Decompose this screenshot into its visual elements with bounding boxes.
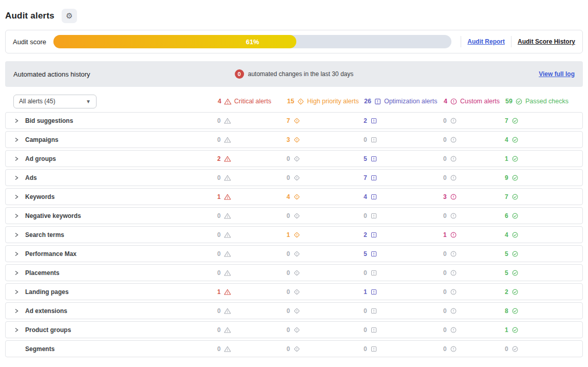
table-row[interactable]: Bid suggestions07207	[5, 112, 583, 129]
optimization-cell: 7	[364, 174, 443, 181]
square-exclamation-icon	[370, 288, 377, 296]
table-row[interactable]: Segments00000	[5, 340, 583, 357]
high-cell: 0	[287, 212, 364, 219]
cell-value: 9	[505, 174, 508, 181]
diamond-exclamation-icon	[293, 231, 300, 238]
row-name-cell: Segments	[14, 345, 217, 353]
circle-exclamation-icon	[450, 136, 457, 143]
circle-check-icon	[511, 117, 519, 124]
page-header: Audit alerts ⚙	[5, 0, 583, 24]
table-row[interactable]: Search terms01214	[5, 226, 583, 243]
cell-value: 5	[505, 269, 508, 277]
chevron-right-icon[interactable]	[14, 251, 19, 256]
chevron-right-icon[interactable]	[14, 175, 19, 180]
chevron-right-icon[interactable]	[14, 156, 19, 161]
circle-check-icon	[511, 174, 519, 181]
row-name-cell: Ad extensions	[14, 307, 217, 315]
chevron-right-icon[interactable]	[14, 232, 19, 237]
high-cell: 0	[287, 307, 364, 315]
cell-value: 0	[287, 307, 290, 315]
cell-value: 0	[443, 269, 447, 277]
table-row[interactable]: Ad extensions00008	[5, 302, 583, 319]
circle-exclamation-icon	[450, 345, 457, 353]
cell-value: 0	[505, 345, 508, 353]
column-count: 59	[505, 98, 513, 105]
row-label: Campaigns	[25, 136, 59, 143]
circle-exclamation-icon	[450, 174, 457, 181]
chevron-right-icon[interactable]	[14, 194, 19, 199]
custom-cell: 0	[443, 307, 505, 315]
diamond-exclamation-icon	[293, 193, 300, 200]
critical-cell: 0	[217, 212, 287, 219]
table-row[interactable]: Landing pages10102	[5, 283, 583, 300]
audit-alerts-page: Audit alerts ⚙ Audit score 61% Audit Rep…	[0, 0, 588, 357]
alerts-filter-select[interactable]: All alerts (45) ▼	[13, 95, 97, 108]
passed-cell: 2	[505, 288, 574, 296]
chevron-right-icon[interactable]	[14, 137, 19, 142]
row-label: Negative keywords	[25, 212, 81, 219]
table-row[interactable]: Ads00709	[5, 169, 583, 186]
view-full-log-link[interactable]: View full log	[539, 70, 575, 78]
table-row[interactable]: Ad groups20501	[5, 150, 583, 167]
cell-value: 6	[505, 212, 508, 219]
audit-score-card: Audit score 61% Audit Report Audit Score…	[5, 30, 583, 53]
row-name-cell: Ad groups	[14, 155, 217, 162]
table-row[interactable]: Negative keywords00006	[5, 207, 583, 224]
cell-value: 0	[217, 250, 221, 258]
settings-button[interactable]: ⚙	[62, 9, 77, 23]
audit-report-link[interactable]: Audit Report	[467, 38, 505, 45]
square-exclamation-icon	[374, 98, 382, 105]
circle-exclamation-icon	[450, 288, 457, 296]
audit-score-history-link[interactable]: Audit Score History	[518, 38, 575, 45]
cell-value: 0	[217, 117, 221, 124]
column-count: 4	[444, 98, 447, 105]
row-name-cell: Search terms	[14, 231, 217, 238]
custom-cell: 3	[443, 193, 505, 200]
diamond-exclamation-icon	[297, 98, 305, 105]
cell-value: 3	[443, 193, 447, 200]
table-row[interactable]: Product groups00001	[5, 321, 583, 338]
table-row[interactable]: Campaigns03004	[5, 131, 583, 148]
chevron-right-icon[interactable]	[14, 270, 19, 276]
cell-value: 0	[364, 269, 367, 277]
cell-value: 0	[287, 269, 290, 277]
circle-exclamation-icon	[450, 193, 457, 200]
chevron-right-icon[interactable]	[14, 289, 19, 295]
circle-exclamation-icon	[450, 155, 457, 162]
square-exclamation-icon	[370, 250, 377, 258]
passed-cell: 8	[505, 307, 574, 315]
cell-value: 0	[217, 307, 221, 315]
passed-cell: 6	[505, 212, 574, 219]
chevron-right-icon[interactable]	[14, 308, 19, 314]
passed-cell: 5	[505, 250, 574, 258]
caret-down-icon: ▼	[86, 99, 91, 104]
chevron-right-icon[interactable]	[14, 118, 19, 123]
table-row[interactable]: Placements00005	[5, 264, 583, 281]
high-cell: 0	[287, 250, 364, 258]
circle-check-icon	[511, 345, 519, 353]
row-label: Ads	[25, 174, 37, 181]
column-label: Optimization alerts	[384, 98, 438, 105]
warning-triangle-icon	[224, 345, 231, 353]
table-row[interactable]: Keywords14437	[5, 188, 583, 205]
diamond-exclamation-icon	[293, 250, 300, 258]
circle-exclamation-icon	[450, 307, 457, 315]
table-row[interactable]: Performance Max00505	[5, 245, 583, 262]
row-name-cell: Bid suggestions	[14, 117, 217, 124]
chevron-right-icon[interactable]	[14, 213, 19, 218]
custom-cell: 1	[443, 231, 505, 238]
alerts-header-row: All alerts (45) ▼ 4Critical alerts15High…	[5, 94, 583, 109]
column-count: 26	[364, 98, 371, 105]
cell-value: 0	[443, 136, 447, 143]
cell-value: 0	[217, 345, 221, 353]
row-label: Ad extensions	[25, 307, 67, 315]
diamond-exclamation-icon	[293, 155, 300, 162]
high-cell: 7	[287, 117, 364, 124]
cell-value: 0	[443, 250, 447, 258]
chevron-right-icon[interactable]	[14, 327, 19, 333]
warning-triangle-icon	[224, 174, 231, 181]
diamond-exclamation-icon	[293, 269, 300, 277]
square-exclamation-icon	[370, 155, 377, 162]
row-label: Search terms	[25, 231, 64, 238]
critical-cell: 0	[217, 269, 287, 277]
